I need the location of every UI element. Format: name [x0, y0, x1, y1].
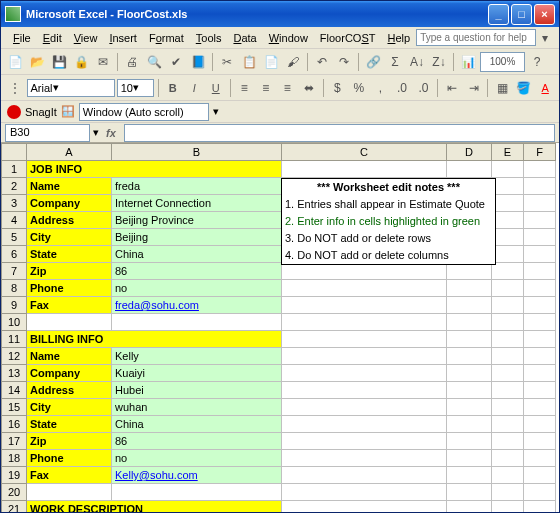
- inc-decimal-icon[interactable]: .0: [392, 78, 412, 98]
- undo-icon[interactable]: ↶: [312, 52, 332, 72]
- row-header[interactable]: 11: [2, 331, 27, 348]
- row-header[interactable]: 12: [2, 348, 27, 365]
- cell[interactable]: [447, 365, 492, 382]
- cell[interactable]: Address: [27, 212, 112, 229]
- cell[interactable]: [492, 212, 524, 229]
- name-dropdown-icon[interactable]: ▾: [90, 126, 102, 139]
- col-header[interactable]: B: [112, 144, 282, 161]
- cell[interactable]: [447, 314, 492, 331]
- cell[interactable]: WORK DESCRIPTION: [27, 501, 282, 514]
- cell[interactable]: [282, 314, 447, 331]
- cell[interactable]: [524, 399, 556, 416]
- row-header[interactable]: 10: [2, 314, 27, 331]
- cell[interactable]: [524, 246, 556, 263]
- cell[interactable]: [282, 280, 447, 297]
- cell[interactable]: Name: [27, 178, 112, 195]
- cell[interactable]: [492, 484, 524, 501]
- cell[interactable]: [282, 331, 447, 348]
- minimize-button[interactable]: _: [488, 4, 509, 25]
- row-header[interactable]: 5: [2, 229, 27, 246]
- cell[interactable]: Kuaiyi: [112, 365, 282, 382]
- autosum-icon[interactable]: Σ: [385, 52, 405, 72]
- research-icon[interactable]: 📘: [188, 52, 208, 72]
- cell[interactable]: [282, 348, 447, 365]
- cell[interactable]: [282, 365, 447, 382]
- menu-tools[interactable]: Tools: [190, 30, 228, 46]
- cell[interactable]: [524, 382, 556, 399]
- row-header[interactable]: 18: [2, 450, 27, 467]
- hyperlink-icon[interactable]: 🔗: [363, 52, 383, 72]
- sort-asc-icon[interactable]: A↓: [407, 52, 427, 72]
- help-search[interactable]: [416, 29, 536, 46]
- cell[interactable]: [524, 195, 556, 212]
- worksheet-grid[interactable]: A B C D E F 1JOB INFO2Namefreda3CompanyI…: [1, 143, 559, 513]
- cell[interactable]: [492, 178, 524, 195]
- cell[interactable]: State: [27, 416, 112, 433]
- cell[interactable]: Hubei: [112, 382, 282, 399]
- copy-icon[interactable]: 📋: [239, 52, 259, 72]
- row-header[interactable]: 16: [2, 416, 27, 433]
- cell[interactable]: [524, 467, 556, 484]
- row-header[interactable]: 21: [2, 501, 27, 514]
- borders-icon[interactable]: ▦: [492, 78, 512, 98]
- merge-icon[interactable]: ⬌: [299, 78, 319, 98]
- redo-icon[interactable]: ↷: [334, 52, 354, 72]
- cell[interactable]: [447, 382, 492, 399]
- cell[interactable]: freda@sohu.com: [112, 297, 282, 314]
- open-icon[interactable]: 📂: [27, 52, 47, 72]
- cell[interactable]: Internet Connection: [112, 195, 282, 212]
- print-icon[interactable]: 🖨: [122, 52, 142, 72]
- row-header[interactable]: 17: [2, 433, 27, 450]
- cell[interactable]: [282, 263, 447, 280]
- menu-help[interactable]: Help: [381, 30, 416, 46]
- preview-icon[interactable]: 🔍: [144, 52, 164, 72]
- formula-input[interactable]: [124, 124, 555, 142]
- menu-view[interactable]: View: [68, 30, 104, 46]
- cell[interactable]: [524, 229, 556, 246]
- cell[interactable]: [282, 501, 447, 514]
- cell[interactable]: [447, 450, 492, 467]
- cell[interactable]: [447, 399, 492, 416]
- row-header[interactable]: 2: [2, 178, 27, 195]
- cell[interactable]: wuhan: [112, 399, 282, 416]
- align-right-icon[interactable]: ≡: [278, 78, 298, 98]
- row-header[interactable]: 13: [2, 365, 27, 382]
- cell[interactable]: [27, 484, 112, 501]
- cell[interactable]: [492, 263, 524, 280]
- cell[interactable]: [447, 484, 492, 501]
- cell[interactable]: [492, 450, 524, 467]
- comma-icon[interactable]: ,: [371, 78, 391, 98]
- row-header[interactable]: 15: [2, 399, 27, 416]
- menu-file[interactable]: File: [7, 30, 37, 46]
- cell[interactable]: Address: [27, 382, 112, 399]
- cell[interactable]: [524, 263, 556, 280]
- cell[interactable]: [447, 348, 492, 365]
- cell[interactable]: China: [112, 246, 282, 263]
- font-color-icon[interactable]: A: [535, 78, 555, 98]
- menu-floorcost[interactable]: FloorCOST: [314, 30, 382, 46]
- cell[interactable]: [447, 280, 492, 297]
- cell[interactable]: [492, 467, 524, 484]
- align-center-icon[interactable]: ≡: [256, 78, 276, 98]
- cell[interactable]: [492, 195, 524, 212]
- sort-desc-icon[interactable]: Z↓: [429, 52, 449, 72]
- cell[interactable]: [524, 450, 556, 467]
- cell[interactable]: [282, 382, 447, 399]
- cell[interactable]: [492, 246, 524, 263]
- cell[interactable]: [524, 484, 556, 501]
- col-header[interactable]: F: [524, 144, 556, 161]
- handle-icon[interactable]: ⋮: [5, 78, 25, 98]
- col-header[interactable]: C: [282, 144, 447, 161]
- cell[interactable]: Zip: [27, 433, 112, 450]
- cell[interactable]: 86: [112, 263, 282, 280]
- cell[interactable]: [492, 399, 524, 416]
- cell[interactable]: [282, 450, 447, 467]
- zoom-box[interactable]: 100%: [480, 52, 525, 72]
- cell[interactable]: [447, 416, 492, 433]
- cell[interactable]: [447, 263, 492, 280]
- cell[interactable]: freda: [112, 178, 282, 195]
- cell[interactable]: [492, 314, 524, 331]
- font-name[interactable]: Arial ▾: [27, 79, 115, 97]
- row-header[interactable]: 4: [2, 212, 27, 229]
- cell[interactable]: City: [27, 229, 112, 246]
